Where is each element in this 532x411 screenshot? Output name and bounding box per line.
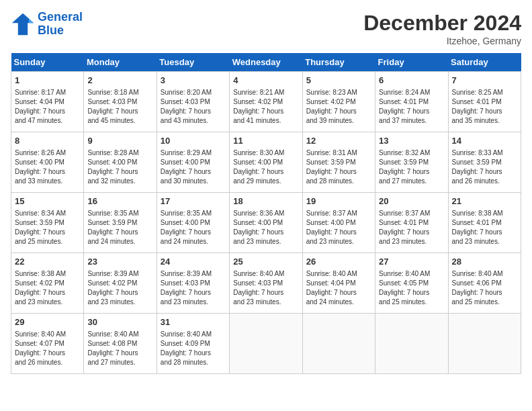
calendar-week-row: 22Sunrise: 8:38 AM Sunset: 4:02 PM Dayli…	[11, 253, 521, 314]
day-detail: Sunrise: 8:40 AM Sunset: 4:03 PM Dayligh…	[233, 269, 298, 307]
day-detail: Sunrise: 8:28 AM Sunset: 4:00 PM Dayligh…	[87, 148, 152, 186]
day-number: 25	[233, 256, 298, 268]
calendar-cell: 14Sunrise: 8:33 AM Sunset: 3:59 PM Dayli…	[448, 132, 521, 193]
calendar-cell: 25Sunrise: 8:40 AM Sunset: 4:03 PM Dayli…	[230, 253, 302, 314]
day-number: 10	[161, 135, 226, 147]
day-number: 28	[452, 256, 517, 268]
day-number: 30	[87, 316, 152, 328]
day-number: 12	[306, 135, 371, 147]
weekday-header: Tuesday	[157, 53, 229, 72]
day-detail: Sunrise: 8:33 AM Sunset: 3:59 PM Dayligh…	[452, 148, 517, 186]
day-number: 13	[379, 135, 444, 147]
day-detail: Sunrise: 8:17 AM Sunset: 4:04 PM Dayligh…	[15, 88, 80, 126]
calendar-cell: 15Sunrise: 8:34 AM Sunset: 3:59 PM Dayli…	[11, 193, 84, 253]
day-number: 17	[161, 195, 226, 208]
day-detail: Sunrise: 8:40 AM Sunset: 4:06 PM Dayligh…	[452, 269, 517, 307]
day-number: 7	[452, 75, 517, 87]
calendar-cell: 1Sunrise: 8:17 AM Sunset: 4:04 PM Daylig…	[11, 72, 84, 132]
calendar-cell	[302, 314, 375, 374]
day-number: 29	[15, 316, 80, 328]
calendar-cell: 29Sunrise: 8:40 AM Sunset: 4:07 PM Dayli…	[11, 314, 84, 374]
calendar-cell: 30Sunrise: 8:40 AM Sunset: 4:08 PM Dayli…	[84, 314, 157, 374]
calendar-cell: 6Sunrise: 8:24 AM Sunset: 4:01 PM Daylig…	[375, 72, 448, 132]
calendar-cell: 12Sunrise: 8:31 AM Sunset: 3:59 PM Dayli…	[302, 132, 375, 193]
calendar-week-row: 1Sunrise: 8:17 AM Sunset: 4:04 PM Daylig…	[11, 72, 521, 132]
calendar-cell: 7Sunrise: 8:25 AM Sunset: 4:01 PM Daylig…	[448, 72, 521, 132]
logo-text: General Blue	[38, 11, 83, 38]
day-number: 24	[161, 256, 226, 268]
calendar-cell: 24Sunrise: 8:39 AM Sunset: 4:03 PM Dayli…	[157, 253, 229, 314]
calendar-cell: 17Sunrise: 8:35 AM Sunset: 4:00 PM Dayli…	[157, 193, 229, 253]
weekday-header: Thursday	[302, 53, 375, 72]
day-number: 31	[161, 316, 226, 328]
calendar-cell: 27Sunrise: 8:40 AM Sunset: 4:05 PM Dayli…	[375, 253, 448, 314]
calendar-cell: 28Sunrise: 8:40 AM Sunset: 4:06 PM Dayli…	[448, 253, 521, 314]
weekday-header: Sunday	[11, 53, 84, 72]
day-detail: Sunrise: 8:40 AM Sunset: 4:04 PM Dayligh…	[306, 269, 371, 307]
day-detail: Sunrise: 8:20 AM Sunset: 4:03 PM Dayligh…	[161, 88, 226, 126]
day-detail: Sunrise: 8:18 AM Sunset: 4:03 PM Dayligh…	[87, 88, 152, 126]
day-number: 4	[233, 75, 298, 87]
calendar-cell	[375, 314, 448, 374]
day-number: 21	[452, 195, 517, 208]
month-title: December 2024	[363, 11, 521, 36]
day-detail: Sunrise: 8:37 AM Sunset: 4:01 PM Dayligh…	[379, 209, 444, 246]
day-number: 1	[15, 75, 80, 87]
calendar-cell: 16Sunrise: 8:35 AM Sunset: 3:59 PM Dayli…	[84, 193, 157, 253]
calendar-cell	[230, 314, 302, 374]
calendar-cell: 21Sunrise: 8:38 AM Sunset: 4:01 PM Dayli…	[448, 193, 521, 253]
calendar-table: SundayMondayTuesdayWednesdayThursdayFrid…	[11, 53, 521, 374]
page-header: General Blue December 2024 Itzehoe, Germ…	[11, 11, 521, 46]
weekday-header: Friday	[375, 53, 448, 72]
day-number: 19	[306, 195, 371, 208]
calendar-cell: 5Sunrise: 8:23 AM Sunset: 4:02 PM Daylig…	[302, 72, 375, 132]
day-detail: Sunrise: 8:40 AM Sunset: 4:09 PM Dayligh…	[161, 330, 226, 367]
day-number: 20	[379, 195, 444, 208]
calendar-week-row: 8Sunrise: 8:26 AM Sunset: 4:00 PM Daylig…	[11, 132, 521, 193]
day-number: 22	[15, 256, 80, 268]
day-number: 15	[15, 195, 80, 208]
calendar-cell: 23Sunrise: 8:39 AM Sunset: 4:02 PM Dayli…	[84, 253, 157, 314]
day-detail: Sunrise: 8:34 AM Sunset: 3:59 PM Dayligh…	[15, 209, 80, 246]
calendar-cell	[448, 314, 521, 374]
day-number: 2	[87, 75, 152, 87]
logo-line1: General	[38, 10, 83, 24]
title-area: December 2024 Itzehoe, Germany	[363, 11, 521, 46]
day-number: 23	[87, 256, 152, 268]
weekday-header-row: SundayMondayTuesdayWednesdayThursdayFrid…	[11, 53, 521, 72]
day-detail: Sunrise: 8:35 AM Sunset: 4:00 PM Dayligh…	[161, 209, 226, 246]
day-number: 26	[306, 256, 371, 268]
calendar-cell: 10Sunrise: 8:29 AM Sunset: 4:00 PM Dayli…	[157, 132, 229, 193]
calendar-cell: 31Sunrise: 8:40 AM Sunset: 4:09 PM Dayli…	[157, 314, 229, 374]
day-detail: Sunrise: 8:32 AM Sunset: 3:59 PM Dayligh…	[379, 148, 444, 186]
calendar-cell: 19Sunrise: 8:37 AM Sunset: 4:00 PM Dayli…	[302, 193, 375, 253]
day-detail: Sunrise: 8:35 AM Sunset: 3:59 PM Dayligh…	[87, 209, 152, 246]
day-detail: Sunrise: 8:30 AM Sunset: 4:00 PM Dayligh…	[233, 148, 298, 186]
day-detail: Sunrise: 8:31 AM Sunset: 3:59 PM Dayligh…	[306, 148, 371, 186]
day-number: 14	[452, 135, 517, 147]
day-detail: Sunrise: 8:36 AM Sunset: 4:00 PM Dayligh…	[233, 209, 298, 246]
day-number: 9	[87, 135, 152, 147]
location: Itzehoe, Germany	[363, 36, 521, 46]
day-number: 6	[379, 75, 444, 87]
calendar-cell: 9Sunrise: 8:28 AM Sunset: 4:00 PM Daylig…	[84, 132, 157, 193]
day-detail: Sunrise: 8:39 AM Sunset: 4:03 PM Dayligh…	[161, 269, 226, 307]
calendar-week-row: 15Sunrise: 8:34 AM Sunset: 3:59 PM Dayli…	[11, 193, 521, 253]
day-detail: Sunrise: 8:23 AM Sunset: 4:02 PM Dayligh…	[306, 88, 371, 126]
logo-icon	[11, 12, 35, 36]
day-number: 18	[233, 195, 298, 208]
day-number: 27	[379, 256, 444, 268]
calendar-cell: 13Sunrise: 8:32 AM Sunset: 3:59 PM Dayli…	[375, 132, 448, 193]
day-number: 16	[87, 195, 152, 208]
day-detail: Sunrise: 8:39 AM Sunset: 4:02 PM Dayligh…	[87, 269, 152, 307]
day-detail: Sunrise: 8:40 AM Sunset: 4:07 PM Dayligh…	[15, 330, 80, 367]
calendar-cell: 20Sunrise: 8:37 AM Sunset: 4:01 PM Dayli…	[375, 193, 448, 253]
day-detail: Sunrise: 8:38 AM Sunset: 4:01 PM Dayligh…	[452, 209, 517, 246]
day-detail: Sunrise: 8:21 AM Sunset: 4:02 PM Dayligh…	[233, 88, 298, 126]
calendar-cell: 4Sunrise: 8:21 AM Sunset: 4:02 PM Daylig…	[230, 72, 302, 132]
day-number: 11	[233, 135, 298, 147]
day-detail: Sunrise: 8:26 AM Sunset: 4:00 PM Dayligh…	[15, 148, 80, 186]
day-detail: Sunrise: 8:37 AM Sunset: 4:00 PM Dayligh…	[306, 209, 371, 246]
calendar-cell: 2Sunrise: 8:18 AM Sunset: 4:03 PM Daylig…	[84, 72, 157, 132]
day-detail: Sunrise: 8:29 AM Sunset: 4:00 PM Dayligh…	[161, 148, 226, 186]
